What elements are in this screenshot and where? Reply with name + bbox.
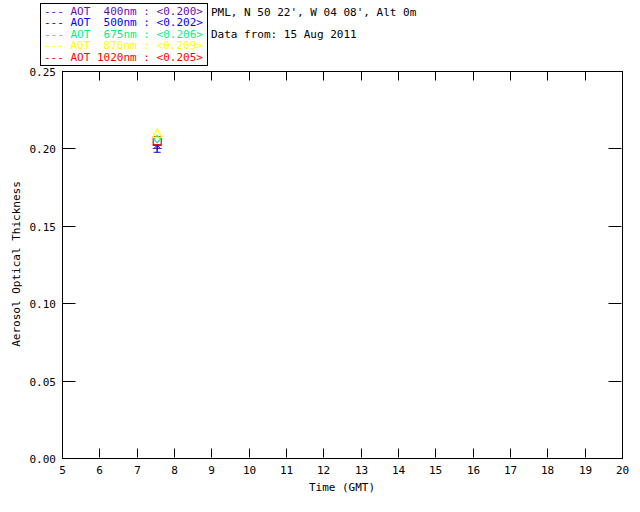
- x-tick-label: 11: [280, 464, 293, 477]
- x-tick-label: 16: [467, 464, 480, 477]
- x-tick-label: 18: [541, 464, 554, 477]
- legend-box: --- AOT 400nm : <0.200>--- AOT 500nm : <…: [40, 3, 208, 66]
- x-tick-label: 20: [616, 464, 629, 477]
- y-tick-label: 0.15: [30, 221, 57, 234]
- plot-subtitle: Data from: 15 Aug 2011: [211, 28, 357, 41]
- legend-entry-label: AOT 1020nm : <0.205>: [71, 51, 203, 64]
- x-tick-label: 8: [171, 464, 178, 477]
- y-axis-title: Aerosol Optical Thickness: [10, 181, 23, 347]
- x-tick-label: 7: [134, 464, 141, 477]
- y-tick-label: 0.25: [30, 66, 57, 79]
- x-tick-label: 5: [59, 464, 66, 477]
- y-tick-label: 0.05: [30, 376, 57, 389]
- x-tick-label: 15: [429, 464, 442, 477]
- x-tick-label: 17: [504, 464, 517, 477]
- plot-title: PML, N 50 22', W 04 08', Alt 0m: [211, 6, 416, 19]
- x-tick-label: 6: [96, 464, 103, 477]
- plot-frame: [63, 72, 623, 459]
- x-tick-label: 12: [317, 464, 330, 477]
- x-tick-label: 9: [208, 464, 215, 477]
- y-tick-label: 0.10: [30, 298, 57, 311]
- y-tick-label: 0.00: [30, 453, 57, 466]
- aot-plot-canvas: --- AOT 400nm : <0.200>--- AOT 500nm : <…: [0, 0, 640, 512]
- legend-dash-line: ---: [44, 51, 71, 64]
- legend-entry: --- AOT 1020nm : <0.205>: [44, 52, 203, 63]
- x-tick-label: 13: [355, 464, 368, 477]
- x-tick-label: 10: [243, 464, 256, 477]
- x-tick-label: 14: [392, 464, 406, 477]
- x-axis-title: Time (GMT): [309, 481, 375, 494]
- x-tick-label: 19: [579, 464, 592, 477]
- y-tick-label: 0.20: [30, 143, 57, 156]
- chart-area: 5678910111213141516171819200.000.050.100…: [0, 0, 640, 512]
